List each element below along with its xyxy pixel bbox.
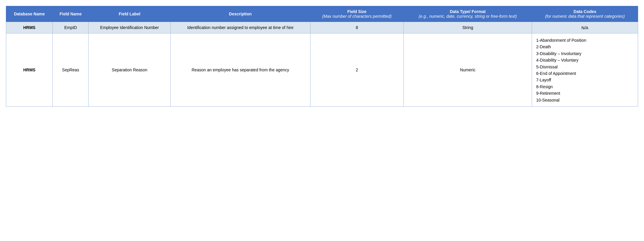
data-dictionary-table: Database Name Field Name Field Label Des… (6, 6, 638, 107)
cell-data-codes: N/A (532, 22, 638, 33)
header-field-size-label: Field Size (347, 9, 366, 14)
main-table-container: Database Name Field Name Field Label Des… (6, 6, 638, 107)
list-item: 2-Death (536, 44, 634, 50)
header-data-codes-label: Data Codes (573, 9, 596, 14)
cell-field-label: Employee Identification Number (89, 22, 171, 33)
header-field-label: Field Label (89, 6, 171, 22)
cell-db-name: HRMS (6, 33, 53, 107)
header-db-name-label: Database Name (14, 12, 45, 16)
table-row: HRMSSepReasSeparation ReasonReason an em… (6, 33, 638, 107)
list-item: 6-End of Appointment (536, 70, 634, 77)
cell-field-name: EmpID (53, 22, 89, 33)
cell-field-size: 8 (310, 22, 403, 33)
list-item: 3-Disability – Involuntary (536, 50, 634, 57)
cell-field-name: SepReas (53, 33, 89, 107)
header-field-label-label: Field Label (119, 12, 140, 16)
header-data-type-sublabel: (e.g., numeric, date, currency, string o… (419, 14, 517, 19)
list-item: 1-Abandonment of Position (536, 37, 634, 44)
header-field-name-label: Field Name (60, 12, 82, 16)
list-item: 5-Dismissal (536, 64, 634, 70)
cell-data-type: String (403, 22, 532, 33)
cell-description: Reason an employee has separated from th… (171, 33, 310, 107)
list-item: 8-Resign (536, 83, 634, 90)
header-data-codes: Data Codes (for numeric data that repres… (532, 6, 638, 22)
cell-field-size: 2 (310, 33, 403, 107)
header-field-name: Field Name (53, 6, 89, 22)
cell-data-type: Numeric (403, 33, 532, 107)
header-data-type: Data Type/ Format (e.g., numeric, date, … (403, 6, 532, 22)
list-item: 7-Layoff (536, 77, 634, 83)
data-codes-list: 1-Abandonment of Position2-Death3-Disabi… (536, 37, 634, 103)
table-header-row: Database Name Field Name Field Label Des… (6, 6, 638, 22)
list-item: 9-Retirement (536, 90, 634, 97)
header-db-name: Database Name (6, 6, 53, 22)
cell-field-label: Separation Reason (89, 33, 171, 107)
header-data-type-label: Data Type/ Format (450, 9, 486, 14)
cell-description: Identification number assigned to employ… (171, 22, 310, 33)
cell-db-name: HRMS (6, 22, 53, 33)
header-description-label: Description (229, 12, 252, 16)
header-data-codes-sublabel: (for numeric data that represent categor… (545, 14, 625, 19)
list-item: 4-Disability – Voluntary (536, 57, 634, 63)
list-item: 10-Seasonal (536, 97, 634, 103)
table-row: HRMSEmpIDEmployee Identification NumberI… (6, 22, 638, 33)
header-field-size-sublabel: (Max number of characters permitted) (322, 14, 392, 19)
header-description: Description (171, 6, 310, 22)
header-field-size: Field Size (Max number of characters per… (310, 6, 403, 22)
cell-data-codes: 1-Abandonment of Position2-Death3-Disabi… (532, 33, 638, 107)
